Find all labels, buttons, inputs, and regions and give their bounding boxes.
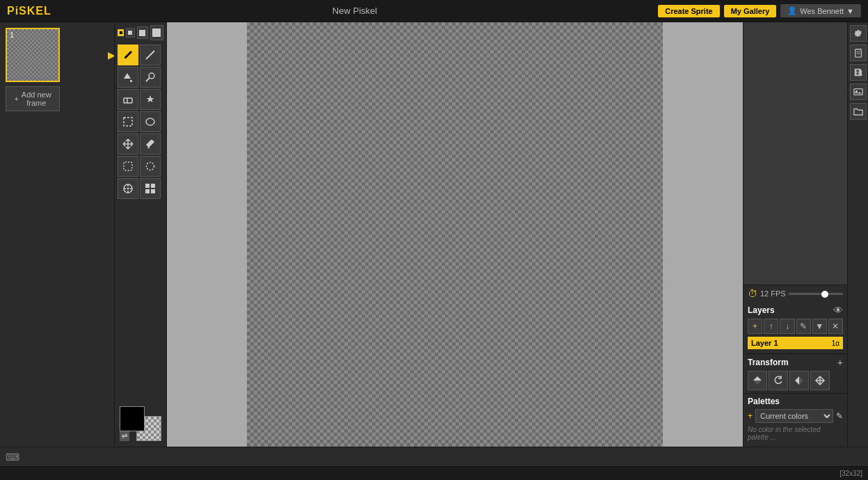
pencil-tool-button[interactable] — [118, 45, 138, 65]
palettes-title: Palettes — [748, 397, 780, 406]
image-icon-button[interactable] — [850, 83, 867, 100]
layers-toolbar: + ↑ ↓ ✎ ▼ ✕ — [748, 319, 843, 334]
user-menu-button[interactable]: 👤 Wes Bennett ▼ — [780, 4, 861, 17]
keyboard-icon[interactable]: ⌨ — [6, 451, 19, 463]
rotate-button[interactable] — [769, 371, 788, 390]
svg-marker-21 — [753, 381, 762, 385]
add-layer-button[interactable]: + — [748, 319, 762, 334]
lighten-tool-button[interactable] — [140, 89, 161, 110]
lasso-rect-tool-button[interactable] — [118, 156, 138, 177]
preview-area — [744, 22, 847, 285]
foreground-color-swatch[interactable] — [120, 406, 145, 431]
svg-marker-23 — [799, 376, 803, 385]
transform-title: Transform — [748, 358, 789, 367]
header-title: New Piskel — [332, 6, 377, 16]
transform-section: Transform + — [744, 353, 847, 393]
save-icon-button[interactable] — [850, 64, 867, 81]
settings-icon-button[interactable] — [850, 25, 867, 42]
right-panel: ⏱ 12 FPS Layers 👁 + ↑ ↓ ✎ ▼ ✕ Layer 1 1 — [743, 22, 847, 447]
rect-select-tool-button[interactable] — [118, 111, 138, 132]
canvas-area[interactable] — [167, 22, 743, 447]
color-section: ⇄ — [118, 398, 163, 444]
svg-point-11 — [127, 188, 129, 190]
add-frame-label: Add new frame — [22, 90, 51, 107]
main-layout: 1 ▶ + Add new frame — [0, 22, 868, 447]
layers-visibility-icon[interactable]: 👁 — [833, 305, 843, 316]
svg-rect-6 — [124, 118, 132, 126]
svg-point-9 — [147, 163, 154, 170]
pan-tool-button[interactable] — [118, 178, 138, 199]
fps-slider[interactable] — [789, 293, 843, 295]
clipboard-icon-button[interactable] — [850, 45, 867, 61]
palette-no-color-message: No color in the selected palette ... — [748, 423, 843, 444]
folder-icon-button[interactable] — [850, 103, 867, 120]
resolution-status: [32x32] — [839, 470, 862, 477]
bottom-bar: ⌨ — [0, 447, 868, 466]
palettes-section: Palettes + Current colors ✎ No color in … — [744, 393, 847, 447]
create-sprite-button[interactable]: Create Sprite — [658, 5, 719, 17]
size-1x1-button[interactable] — [118, 29, 124, 36]
fps-thumb[interactable] — [821, 291, 828, 298]
magic-wand-tool-button[interactable] — [140, 67, 161, 88]
flip-vertical-button[interactable] — [748, 371, 767, 390]
fps-label: 12 FPS — [760, 289, 786, 298]
circle-select-tool-button[interactable] — [140, 156, 161, 177]
ellipse-tool-button[interactable] — [140, 111, 161, 132]
canvas-left-gutter — [167, 22, 247, 447]
merge-layer-button[interactable]: ▼ — [812, 319, 827, 334]
svg-rect-29 — [853, 89, 862, 95]
palette-row: + Current colors ✎ — [748, 409, 843, 423]
fps-row: ⏱ 12 FPS — [744, 285, 847, 302]
palettes-header: Palettes — [748, 397, 843, 406]
user-name: Wes Bennett — [800, 7, 844, 15]
status-bar: [32x32] — [0, 466, 868, 480]
layer-item[interactable]: Layer 1 1α — [748, 337, 843, 349]
tools-grid — [118, 45, 163, 199]
canvas[interactable] — [247, 22, 663, 447]
svg-rect-4 — [124, 98, 132, 103]
delete-layer-button[interactable]: ✕ — [828, 319, 843, 334]
tool-size-row — [118, 25, 163, 40]
plus-icon: + — [14, 95, 18, 103]
add-palette-icon[interactable]: + — [748, 411, 753, 421]
size-4x4-button[interactable] — [150, 25, 164, 40]
frame-number: 1 — [10, 31, 14, 39]
svg-rect-8 — [124, 162, 132, 170]
size-3x3-button[interactable] — [137, 26, 148, 39]
svg-marker-22 — [795, 376, 799, 385]
app-logo: PiSKEL — [7, 5, 51, 17]
add-new-frame-button[interactable]: + Add new frame — [6, 86, 60, 111]
rename-layer-button[interactable]: ✎ — [796, 319, 811, 334]
dropper-tool-button[interactable] — [140, 134, 161, 154]
svg-rect-19 — [151, 189, 155, 193]
eraser-tool-button[interactable] — [118, 89, 138, 110]
tools-panel: ⇄ — [115, 22, 167, 447]
size-2x2-button[interactable] — [126, 28, 135, 38]
tiled-tool-button[interactable] — [140, 178, 161, 199]
svg-line-3 — [146, 78, 150, 81]
move-tool-button[interactable] — [118, 134, 138, 154]
move-layer-down-button[interactable]: ↓ — [780, 319, 794, 334]
frame-1[interactable]: 1 — [6, 28, 60, 82]
flip-horizontal-button[interactable] — [789, 371, 809, 390]
canvas-right-gutter — [663, 22, 743, 447]
layers-title: Layers — [748, 305, 775, 315]
palette-select[interactable]: Current colors — [755, 409, 833, 423]
move-layer-up-button[interactable]: ↑ — [764, 319, 778, 334]
svg-rect-18 — [145, 189, 150, 193]
user-icon: 👤 — [787, 6, 797, 15]
dropdown-arrow: ▼ — [846, 7, 854, 15]
svg-point-2 — [149, 73, 154, 79]
transform-move-button[interactable] — [810, 371, 830, 390]
layer-name: Layer 1 — [751, 339, 778, 347]
stroke-tool-button[interactable] — [140, 45, 161, 65]
transform-header: Transform + — [748, 357, 843, 368]
swap-colors-button[interactable]: ⇄ — [120, 431, 129, 441]
palette-edit-icon[interactable]: ✎ — [836, 411, 843, 421]
svg-rect-16 — [145, 184, 150, 188]
color-swatches: ⇄ — [120, 406, 161, 441]
transform-add-icon[interactable]: + — [837, 357, 843, 368]
paint-bucket-tool-button[interactable] — [118, 67, 138, 88]
my-gallery-button[interactable]: My Gallery — [724, 5, 777, 17]
svg-point-7 — [146, 118, 154, 125]
